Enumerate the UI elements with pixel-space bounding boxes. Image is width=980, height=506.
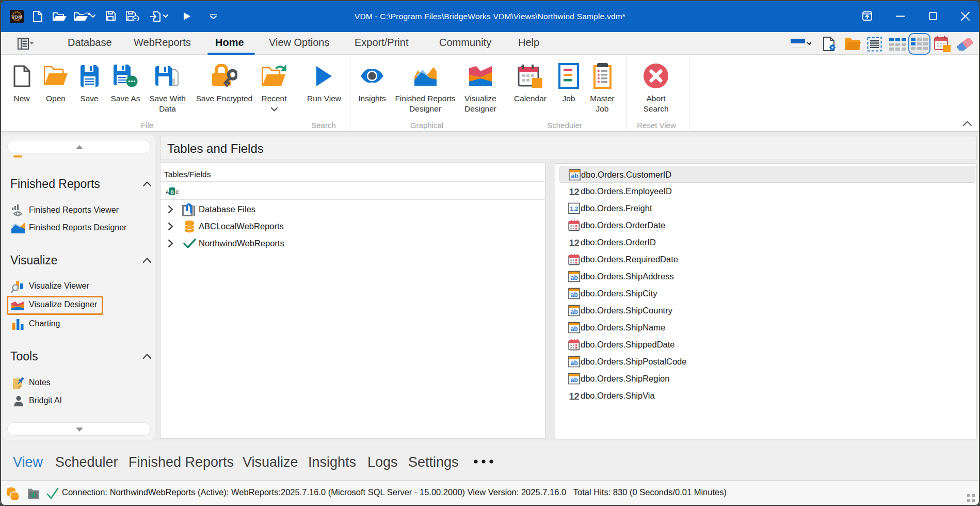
svg-text:1,2: 1,2 — [570, 205, 579, 212]
svg-text:ab: ab — [570, 325, 578, 333]
svg-text:12: 12 — [569, 391, 579, 402]
svg-text:ab: ab — [570, 274, 578, 281]
svg-text:C: C — [175, 189, 179, 195]
svg-text:ab: ab — [570, 359, 578, 367]
svg-text:ab: ab — [570, 291, 578, 298]
svg-text:B: B — [171, 189, 174, 195]
svg-text:12: 12 — [569, 238, 579, 248]
svg-text:ab: ab — [570, 308, 578, 315]
svg-text:A: A — [166, 189, 169, 195]
svg-text:ab: ab — [571, 172, 579, 180]
svg-text:ab: ab — [570, 376, 578, 384]
svg-text:12: 12 — [569, 187, 579, 197]
